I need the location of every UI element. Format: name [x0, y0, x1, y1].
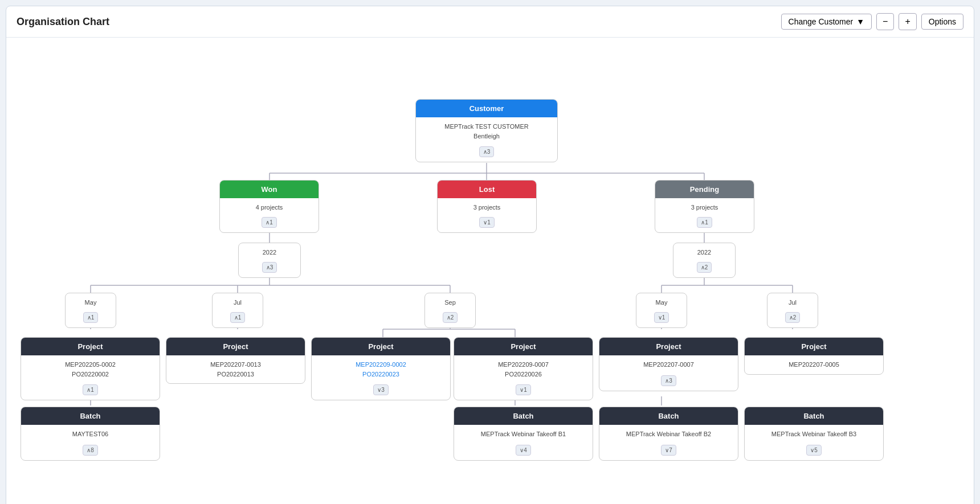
project3-body: MEP202209-0002 PO20220023 ∨3: [312, 355, 450, 400]
may1-badge[interactable]: ∧1: [83, 312, 99, 323]
customer-node[interactable]: Customer MEPTrack TEST CUSTOMER Bentleig…: [415, 99, 558, 162]
won-2022-badge[interactable]: ∧3: [262, 262, 277, 273]
pending-2022-body: 2022 ∧2: [673, 243, 735, 277]
batch3-body: MEPTrack Webinar Takeoff B2 ∨7: [599, 425, 738, 460]
jul1-body: Jul ∧1: [213, 293, 263, 327]
won-2022-node[interactable]: 2022 ∧3: [238, 243, 301, 278]
project2-body: MEP202207-0013 PO20220013: [166, 355, 305, 383]
pending-badge[interactable]: ∧1: [697, 217, 712, 228]
project5-node[interactable]: Project MEP202207-0007 ∧3: [599, 337, 738, 391]
batch2-header: Batch: [454, 407, 593, 425]
chart-area: Customer MEPTrack TEST CUSTOMER Bentleig…: [6, 38, 974, 504]
may1-node[interactable]: May ∧1: [65, 293, 116, 328]
project4-badge[interactable]: ∨1: [516, 384, 531, 395]
project6-body: MEP202207-0005: [745, 355, 883, 374]
lost-node[interactable]: Lost 3 projects ∨1: [437, 180, 537, 233]
may2-node[interactable]: May ∨1: [636, 293, 687, 328]
won-body: 4 projects ∧1: [220, 198, 318, 232]
may1-body: May ∧1: [66, 293, 116, 327]
lost-body: 3 projects ∨1: [438, 198, 536, 232]
pending-2022-badge[interactable]: ∧2: [697, 262, 712, 273]
batch3-header: Batch: [599, 407, 738, 425]
may2-badge[interactable]: ∨1: [654, 312, 669, 323]
sep-node[interactable]: Sep ∧2: [424, 293, 476, 328]
project6-header: Project: [745, 338, 883, 355]
zoom-minus-button[interactable]: −: [876, 13, 894, 30]
won-2022-body: 2022 ∧3: [239, 243, 300, 277]
project1-badge[interactable]: ∧1: [83, 384, 98, 395]
project5-header: Project: [599, 338, 738, 355]
org-chart: Customer MEPTrack TEST CUSTOMER Bentleig…: [12, 49, 969, 504]
batch4-body: MEPTrack Webinar Takeoff B3 ∨5: [745, 425, 883, 460]
jul1-node[interactable]: Jul ∧1: [212, 293, 263, 328]
sep-body: Sep ∧2: [425, 293, 475, 327]
change-customer-button[interactable]: Change Customer ▼: [781, 14, 872, 30]
project3-node[interactable]: Project MEP202209-0002 PO20220023 ∨3: [311, 337, 451, 400]
batch4-header: Batch: [745, 407, 883, 425]
app-container: Organisation Chart Change Customer ▼ − +…: [0, 0, 980, 504]
pending-header: Pending: [655, 181, 754, 198]
batch2-badge[interactable]: ∨4: [516, 445, 531, 456]
batch1-body: MAYTEST06 ∧8: [21, 425, 160, 460]
won-badge[interactable]: ∧1: [262, 217, 277, 228]
header: Organisation Chart Change Customer ▼ − +…: [6, 6, 974, 38]
pending-node[interactable]: Pending 3 projects ∧1: [655, 180, 754, 233]
page-title: Organisation Chart: [17, 16, 109, 28]
project4-body: MEP202209-0007 PO20220026 ∨1: [454, 355, 593, 400]
project3-badge[interactable]: ∨3: [373, 384, 389, 395]
customer-node-body: MEPTrack TEST CUSTOMER Bentleigh ∧3: [416, 117, 557, 162]
won-header: Won: [220, 181, 318, 198]
jul1-badge[interactable]: ∧1: [230, 312, 246, 323]
batch2-node[interactable]: Batch MEPTrack Webinar Takeoff B1 ∨4: [454, 407, 593, 461]
project1-node[interactable]: Project MEP202205-0002 PO20220002 ∧1: [21, 337, 160, 400]
batch2-body: MEPTrack Webinar Takeoff B1 ∨4: [454, 425, 593, 460]
may2-body: May ∨1: [636, 293, 687, 327]
customer-node-header: Customer: [416, 100, 557, 117]
customer-badge[interactable]: ∧3: [479, 146, 495, 157]
project4-node[interactable]: Project MEP202209-0007 PO20220026 ∨1: [454, 337, 593, 400]
batch4-badge[interactable]: ∨5: [806, 445, 822, 456]
pending-2022-node[interactable]: 2022 ∧2: [673, 243, 736, 278]
jul2-node[interactable]: Jul ∧2: [767, 293, 818, 328]
jul2-body: Jul ∧2: [767, 293, 818, 327]
chevron-down-icon: ▼: [856, 17, 864, 26]
jul2-badge[interactable]: ∧2: [785, 312, 801, 323]
project5-badge[interactable]: ∧3: [661, 375, 676, 386]
batch4-node[interactable]: Batch MEPTrack Webinar Takeoff B3 ∨5: [744, 407, 884, 461]
project3-header: Project: [312, 338, 450, 355]
lost-badge[interactable]: ∨1: [479, 217, 495, 228]
lost-header: Lost: [438, 181, 536, 198]
batch3-badge[interactable]: ∨7: [661, 445, 676, 456]
pending-body: 3 projects ∧1: [655, 198, 754, 232]
project6-node[interactable]: Project MEP202207-0005: [744, 337, 884, 375]
project5-body: MEP202207-0007 ∧3: [599, 355, 738, 391]
batch1-node[interactable]: Batch MAYTEST06 ∧8: [21, 407, 160, 461]
project2-header: Project: [166, 338, 305, 355]
header-controls: Change Customer ▼ − + Options: [781, 13, 963, 30]
project1-header: Project: [21, 338, 160, 355]
batch3-node[interactable]: Batch MEPTrack Webinar Takeoff B2 ∨7: [599, 407, 738, 461]
zoom-plus-button[interactable]: +: [899, 13, 916, 30]
options-button[interactable]: Options: [921, 14, 963, 30]
batch1-badge[interactable]: ∧8: [83, 445, 98, 456]
project1-body: MEP202205-0002 PO20220002 ∧1: [21, 355, 160, 400]
project2-node[interactable]: Project MEP202207-0013 PO20220013: [166, 337, 305, 384]
project4-header: Project: [454, 338, 593, 355]
sep-badge[interactable]: ∧2: [443, 312, 458, 323]
batch1-header: Batch: [21, 407, 160, 425]
won-node[interactable]: Won 4 projects ∧1: [219, 180, 319, 233]
main-panel: Organisation Chart Change Customer ▼ − +…: [6, 6, 974, 504]
